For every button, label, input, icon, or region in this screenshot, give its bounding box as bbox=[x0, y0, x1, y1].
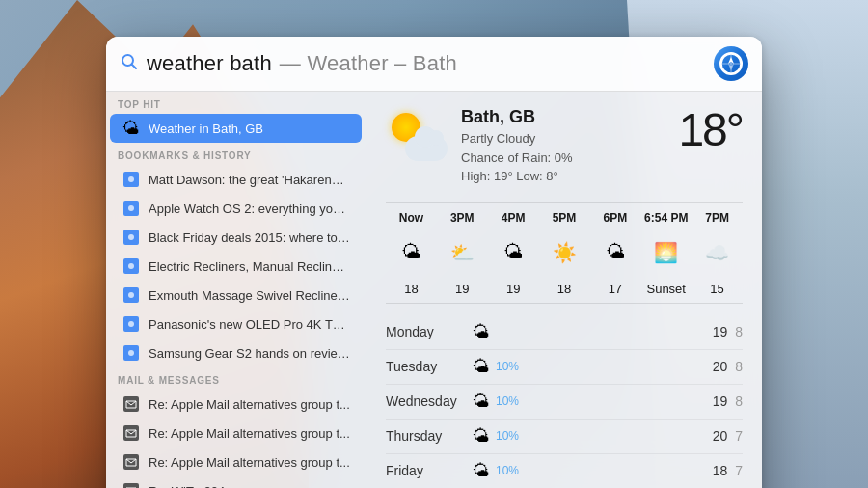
bookmark-icon-7 bbox=[122, 343, 141, 363]
hourly-temp-0: 18 bbox=[386, 280, 437, 297]
svg-line-1 bbox=[132, 65, 137, 69]
hourly-icon-1: ⛅ bbox=[437, 237, 488, 268]
weather-icon-large bbox=[386, 107, 448, 169]
hourly-temp-row: 18 19 19 18 17 Sunset bbox=[386, 274, 743, 303]
hourly-icon-5: 🌅 bbox=[640, 237, 692, 268]
current-temperature: 18° bbox=[678, 107, 743, 153]
weather-panel: Bath, GB Partly Cloudy Chance of Rain: 0… bbox=[366, 92, 762, 488]
daily-row-3: Thursday 🌤 10% 20 7 bbox=[386, 420, 743, 454]
hourly-icon-3: ☀️ bbox=[539, 237, 590, 268]
bookmark-text-2: Apple Watch OS 2: everything you... bbox=[149, 202, 350, 216]
daily-icon-4: 🌤 10% bbox=[473, 461, 694, 481]
search-input-display[interactable]: weather bath— Weather – Bath bbox=[147, 51, 714, 76]
mail-item-2[interactable]: Re: Apple Mail alternatives group t... bbox=[110, 419, 362, 447]
daily-row-0: Monday 🌤 19 8 bbox=[386, 315, 743, 350]
bookmark-text-4: Electric Recliners, Manual Recliner... bbox=[149, 259, 350, 274]
hourly-icon-row: 🌤 ⛅ 🌤 ☀️ 🌤 🌅 ☁️ bbox=[386, 231, 743, 274]
search-icon bbox=[120, 52, 139, 75]
hourly-icon-4: 🌤 bbox=[589, 237, 640, 267]
hourly-forecast: Now 3PM 4PM 5PM 6PM 6:54 PM bbox=[386, 202, 743, 304]
weather-header: Bath, GB Partly Cloudy Chance of Rain: 0… bbox=[386, 107, 743, 186]
hourly-time-0: Now bbox=[386, 208, 437, 226]
mail-text-4: Re: WiT · 204 bbox=[149, 484, 225, 489]
svg-point-10 bbox=[128, 263, 134, 269]
section-label-mail: MAIL & MESSAGES bbox=[106, 367, 366, 390]
search-query: weather bath bbox=[147, 51, 272, 75]
svg-point-13 bbox=[128, 350, 134, 356]
bookmark-icon-4 bbox=[122, 257, 141, 276]
svg-point-9 bbox=[128, 234, 134, 240]
mail-icon-3 bbox=[122, 452, 141, 472]
daily-row-4: Friday 🌤 10% 18 7 bbox=[386, 454, 743, 489]
safari-button[interactable] bbox=[714, 46, 748, 81]
svg-marker-6 bbox=[728, 64, 734, 70]
svg-marker-5 bbox=[728, 57, 734, 64]
mail-item-3[interactable]: Re: Apple Mail alternatives group t... bbox=[110, 447, 362, 476]
bookmark-item-2[interactable]: Apple Watch OS 2: everything you... bbox=[110, 194, 362, 223]
hourly-time-6: 7PM bbox=[692, 208, 743, 226]
weather-result-icon: 🌤 bbox=[122, 119, 141, 138]
hourly-time-2: 4PM bbox=[488, 208, 539, 226]
hourly-time-3: 5PM bbox=[539, 208, 590, 226]
hourly-time-row: Now 3PM 4PM 5PM 6PM 6:54 PM bbox=[386, 203, 743, 231]
weather-rain: Chance of Rain: 0% bbox=[461, 149, 678, 168]
hourly-temp-2: 19 bbox=[488, 280, 539, 297]
top-hit-weather[interactable]: 🌤 Weather in Bath, GB bbox=[110, 114, 362, 143]
svg-point-2 bbox=[721, 54, 741, 73]
weather-highlow: High: 19° Low: 8° bbox=[461, 167, 678, 186]
daily-icon-0: 🌤 bbox=[473, 322, 694, 342]
mail-item-1[interactable]: Re: Apple Mail alternatives group t... bbox=[110, 390, 362, 419]
bookmark-text-5: Exmouth Massage Swivel Recliner... bbox=[149, 288, 350, 303]
bookmark-item-3[interactable]: Black Friday deals 2015: where to f... bbox=[110, 223, 362, 252]
mail-text-2: Re: Apple Mail alternatives group t... bbox=[149, 426, 350, 441]
hourly-icon-2: 🌤 bbox=[488, 237, 539, 267]
daily-icon-3: 🌤 10% bbox=[473, 426, 694, 447]
svg-point-11 bbox=[128, 292, 134, 298]
hourly-temp-1: 19 bbox=[437, 280, 488, 297]
mail-icon-2 bbox=[122, 423, 141, 443]
daily-icon-2: 🌤 10% bbox=[473, 392, 694, 412]
bookmark-item-4[interactable]: Electric Recliners, Manual Recliner... bbox=[110, 252, 362, 281]
hourly-temp-4: 17 bbox=[589, 280, 640, 297]
main-content: TOP HIT 🌤 Weather in Bath, GB BOOKMARKS … bbox=[106, 92, 762, 488]
bookmark-text-3: Black Friday deals 2015: where to f... bbox=[149, 230, 350, 245]
daily-icon-1: 🌤 10% bbox=[473, 357, 694, 377]
city-name: Bath, GB bbox=[461, 107, 678, 127]
weather-info: Bath, GB Partly Cloudy Chance of Rain: 0… bbox=[461, 107, 678, 186]
bookmark-item-1[interactable]: Matt Dawson: the great 'Hakarena'... bbox=[110, 165, 362, 194]
mail-icon-4 bbox=[122, 481, 141, 488]
left-panel: TOP HIT 🌤 Weather in Bath, GB BOOKMARKS … bbox=[106, 92, 366, 488]
bookmark-item-6[interactable]: Panasonic's new OLED Pro 4K TV... bbox=[110, 310, 362, 339]
daily-temps-0: 19 8 bbox=[694, 324, 743, 339]
bookmark-text-1: Matt Dawson: the great 'Hakarena'... bbox=[149, 173, 350, 187]
bookmark-text-7: Samsung Gear S2 hands on review... bbox=[149, 346, 350, 361]
hourly-temp-3: 18 bbox=[539, 280, 590, 297]
daily-row-2: Wednesday 🌤 10% 19 8 bbox=[386, 385, 743, 420]
search-bar: weather bath— Weather – Bath bbox=[106, 37, 762, 92]
mail-item-4[interactable]: Re: WiT · 204 bbox=[110, 476, 362, 488]
hourly-icon-0: 🌤 bbox=[386, 237, 437, 267]
daily-temps-1: 20 8 bbox=[694, 359, 743, 374]
bookmark-icon-6 bbox=[122, 314, 141, 334]
bookmark-icon-3 bbox=[122, 228, 141, 247]
hourly-icon-6: ☁️ bbox=[692, 237, 743, 268]
search-suggestion: — Weather – Bath bbox=[280, 51, 457, 75]
daily-row-1: Tuesday 🌤 10% 20 8 bbox=[386, 350, 743, 385]
svg-point-8 bbox=[128, 205, 134, 211]
bookmark-item-7[interactable]: Samsung Gear S2 hands on review... bbox=[110, 339, 362, 367]
bookmark-text-6: Panasonic's new OLED Pro 4K TV... bbox=[149, 317, 350, 332]
top-hit-text: Weather in Bath, GB bbox=[149, 122, 263, 136]
bookmark-icon-5 bbox=[122, 285, 141, 305]
section-label-top-hit: TOP HIT bbox=[106, 92, 366, 114]
svg-point-7 bbox=[128, 176, 134, 182]
section-label-bookmarks: BOOKMARKS & HISTORY bbox=[106, 143, 366, 165]
bookmark-item-5[interactable]: Exmouth Massage Swivel Recliner... bbox=[110, 281, 362, 310]
hourly-time-5: 6:54 PM bbox=[640, 208, 692, 226]
spotlight-window: weather bath— Weather – Bath TOP HIT 🌤 W… bbox=[106, 37, 762, 488]
hourly-temp-5: Sunset bbox=[640, 280, 692, 297]
daily-forecast: Monday 🌤 19 8 Tuesday 🌤 10% bbox=[386, 315, 743, 489]
mail-text-1: Re: Apple Mail alternatives group t... bbox=[149, 397, 350, 412]
hourly-temp-6: 15 bbox=[692, 280, 743, 297]
daily-temps-2: 19 8 bbox=[694, 393, 743, 409]
daily-temps-4: 18 7 bbox=[694, 463, 743, 478]
